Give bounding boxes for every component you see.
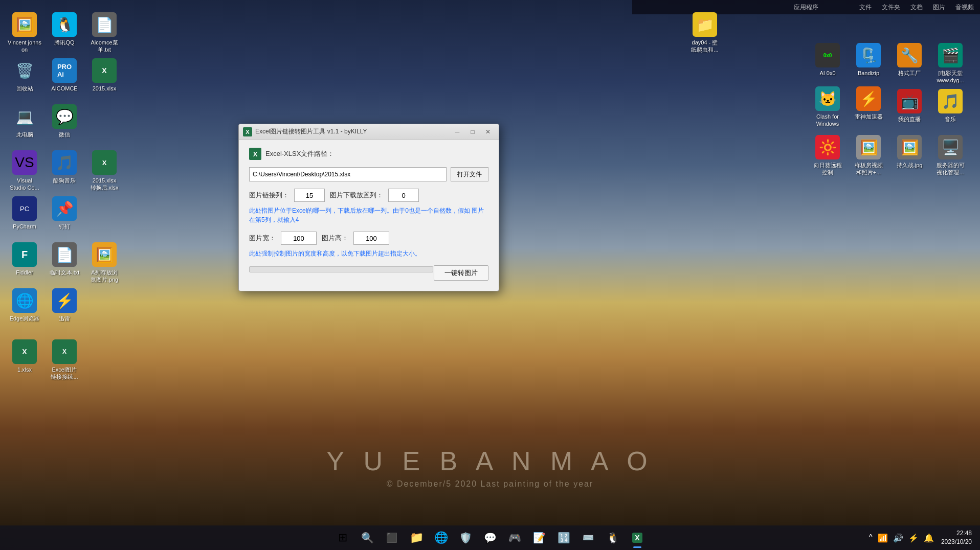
desktop-icon-live[interactable]: 📺 我的直播: [890, 87, 929, 125]
file-path-input[interactable]: [249, 167, 447, 181]
taskbar-game-btn[interactable]: 🎮: [503, 526, 526, 549]
desktop-icon-excel1[interactable]: X 1.xlsx: [5, 337, 44, 375]
desktop-icon-excel-img-tool[interactable]: X Excel图片链接接续...: [45, 337, 84, 383]
dialog-controls: ─ □ ✕: [451, 126, 495, 138]
music-icon: 🎵: [938, 89, 963, 113]
desktop-icon-recycle[interactable]: 🗑️ 回收站: [5, 56, 44, 94]
download-col-label: 图片下载放置列：: [330, 191, 383, 200]
top-menu-all[interactable]: 应用程序: [794, 3, 818, 12]
tray-chevron[interactable]: ^: [867, 532, 874, 543]
desktop-icon-xunlei[interactable]: ⚡ 迅雷: [45, 286, 84, 324]
dialog-close-btn[interactable]: ✕: [481, 126, 495, 138]
taskbar-notepad-btn[interactable]: 📝: [528, 526, 550, 549]
file-open-button[interactable]: 打开文件: [451, 167, 488, 181]
system-tray: ^ 📶 🔊 ⚡ 🔔: [867, 532, 935, 544]
desktop-icon-edge[interactable]: 🌐 Edge浏览器: [5, 286, 44, 324]
top-menu-doc[interactable]: 文档: [910, 3, 923, 12]
taskbar-wechat-btn[interactable]: 💬: [479, 526, 501, 549]
live-label: 我的直播: [898, 116, 921, 123]
sunflower-label: 向日葵远程控制: [814, 162, 842, 176]
desktop-icon-sunflower[interactable]: 🔆 向日葵远程控制: [808, 133, 847, 178]
xunlei-icon: ⚡: [52, 288, 77, 313]
tray-network[interactable]: 📶: [877, 532, 889, 544]
desktop-icon-sample-video[interactable]: 🖼️ 样板房视频和照片+...: [849, 133, 888, 178]
clash-label: Clash forWindows: [816, 113, 839, 128]
top-menu-video[interactable]: 音视频: [955, 3, 974, 12]
dialog-minimize-btn[interactable]: ─: [451, 126, 464, 138]
link-col-label: 图片链接列：: [249, 191, 289, 200]
desktop-icon-kuwo[interactable]: 🎵 酷狗音乐: [45, 148, 84, 186]
format-factory-label: 格式工厂: [898, 70, 921, 77]
desktop-icon-aicomce[interactable]: PROAi AICOMCE: [45, 56, 84, 94]
server-icon: 🖥️: [938, 135, 963, 159]
link-col-input[interactable]: [294, 189, 325, 202]
desktop-icon-ai0x0[interactable]: 0x0 AI 0x0: [808, 41, 847, 79]
desktop-icon-server[interactable]: 🖥️ 服务器的可视化管理...: [931, 133, 970, 178]
dialog-maximize-btn[interactable]: □: [466, 126, 479, 138]
desktop-icon-bandizip[interactable]: 🗜️ Bandizip: [849, 41, 888, 79]
taskbar-clock[interactable]: 22:48 2023/10/20: [937, 529, 976, 546]
edge-icon: 🌐: [12, 288, 37, 313]
width-input[interactable]: [281, 232, 317, 245]
recycle-icon: 🗑️: [12, 58, 37, 83]
height-input[interactable]: [353, 232, 389, 245]
desktop-icon-music[interactable]: 🎵 音乐: [931, 87, 970, 125]
top-menu-img[interactable]: 图片: [933, 3, 945, 12]
desktop-icon-a-col[interactable]: 🖼️ A列存放浏览图片.png: [85, 240, 124, 286]
tray-battery[interactable]: ⚡: [907, 532, 920, 544]
desktop-icon-thunder[interactable]: ⚡ 雷神加速器: [849, 84, 888, 122]
taskbar-360-btn[interactable]: 🛡️: [454, 526, 477, 549]
top-menu-folder[interactable]: 文件夹: [882, 3, 900, 12]
thispc-label: 此电脑: [16, 131, 33, 138]
convert-btn[interactable]: 一键转图片: [434, 265, 488, 281]
movie-icon: 🎬: [938, 43, 963, 67]
top-menu-file[interactable]: 文件: [859, 3, 872, 12]
info-text-2: 此处强制控制图片的宽度和高度，以免下载图片超出指定大小。: [249, 249, 488, 258]
tray-volume[interactable]: 🔊: [892, 532, 904, 544]
desktop-icon-dingtalk[interactable]: 📌 钉钉: [45, 194, 84, 232]
taskbar-edge-btn[interactable]: 🌐: [430, 526, 452, 549]
desktop-icon-excel2015[interactable]: X 2015.xlsx: [85, 56, 124, 94]
kuwo-icon: 🎵: [52, 150, 77, 175]
taskbar-taskview-btn[interactable]: ⬛: [381, 526, 403, 549]
desktop-icon-qq[interactable]: 🐧 腾讯QQ: [45, 10, 84, 48]
desktop-icon-pycharm[interactable]: PC PyCharm: [5, 194, 44, 232]
fiddler-icon: F: [12, 242, 37, 267]
taskbar-input-btn[interactable]: ⌨️: [577, 526, 599, 549]
desktop-icon-day04[interactable]: 📁 day04 - 壁纸爬虫和...: [685, 10, 724, 56]
wechat-icon: 💬: [52, 104, 77, 129]
desktop-icon-movie[interactable]: 🎬 [电影天堂www.dyg...: [931, 41, 970, 86]
desktop-icon-excel-conv[interactable]: X 2015.xlsx转换后.xlsx: [85, 148, 124, 194]
desktop-icon-vincent[interactable]: 🖼️ Vincent johnson: [5, 10, 44, 56]
desktop-icon-temp-txt[interactable]: 📄 临时文本.txt: [45, 240, 84, 278]
xunlei-label: 迅雷: [59, 315, 70, 322]
desktop: 应用程序 文件 文件夹 文档 图片 音视频 🖼️ Vincent johnson…: [0, 0, 980, 550]
aicomce-icon: PROAi: [52, 58, 77, 83]
edge-label: Edge浏览器: [10, 315, 40, 322]
desktop-icon-thispc[interactable]: 💻 此电脑: [5, 102, 44, 140]
taskbar-calc-btn[interactable]: 🔢: [552, 526, 575, 549]
desktop-icon-clash[interactable]: 🐱 Clash forWindows: [808, 84, 847, 130]
dialog-window: X Excel图片链接转图片工具 v1.1 - byKILLY ─ □ ✕ X …: [238, 124, 499, 291]
taskbar-qq-btn[interactable]: 🐧: [602, 526, 624, 549]
desktop-icon-battle[interactable]: 🖼️ 持久战.jpg: [890, 133, 929, 171]
download-col-input[interactable]: [388, 189, 419, 202]
excel1-icon: X: [12, 339, 37, 364]
excel2015-icon: X: [92, 58, 117, 83]
temp-txt-label: 临时文本.txt: [50, 269, 80, 276]
thunder-label: 雷神加速器: [855, 113, 883, 120]
desktop-icon-aicomce-menu[interactable]: 📄 Aicomce菜单.txt: [85, 10, 124, 56]
taskbar-excel-btn[interactable]: X: [626, 526, 649, 549]
desktop-icon-format-factory[interactable]: 🔧 格式工厂: [890, 41, 929, 79]
clash-icon: 🐱: [815, 86, 840, 111]
desktop-icon-vs[interactable]: VS VisualStudio Co...: [5, 148, 44, 194]
wechat-label: 微信: [59, 131, 70, 138]
taskbar-start-btn[interactable]: ⊞: [331, 526, 354, 549]
tray-notify[interactable]: 🔔: [923, 532, 935, 544]
dingtalk-icon: 📌: [52, 196, 77, 221]
taskbar-search-btn[interactable]: 🔍: [356, 526, 378, 549]
taskbar-fileexplorer-btn[interactable]: 📁: [405, 526, 428, 549]
desktop-icon-wechat[interactable]: 💬 微信: [45, 102, 84, 140]
music-label: 音乐: [945, 116, 956, 123]
desktop-icon-fiddler[interactable]: F Fiddler: [5, 240, 44, 278]
